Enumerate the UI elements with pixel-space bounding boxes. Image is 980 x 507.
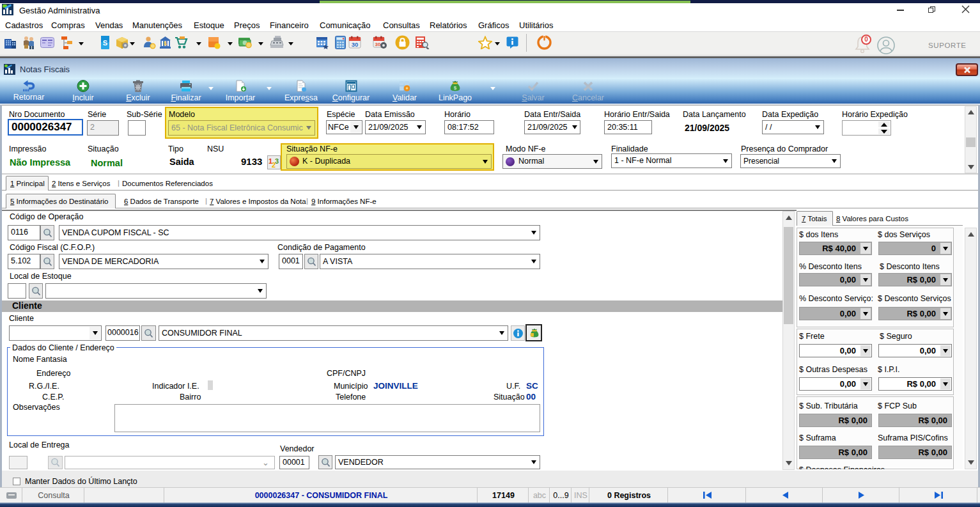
- svg-text:$: $: [454, 85, 457, 91]
- svg-text:S: S: [103, 39, 107, 47]
- svg-text:30: 30: [375, 42, 381, 47]
- svg-text:$: $: [164, 40, 167, 47]
- svg-text:30: 30: [352, 41, 359, 48]
- svg-text:3: 3: [275, 157, 279, 165]
